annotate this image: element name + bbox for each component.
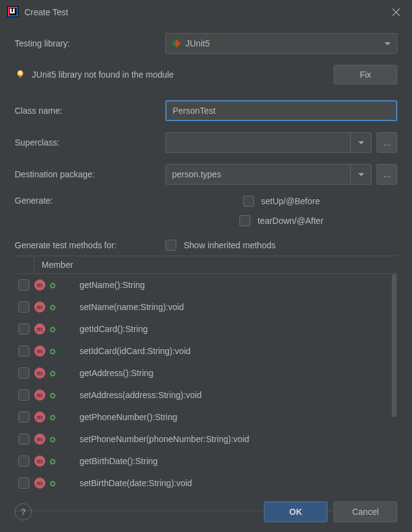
ellipsis-icon: ... (383, 169, 391, 179)
member-checkbox[interactable] (18, 345, 29, 357)
testing-library-label: Testing library: (15, 39, 160, 48)
member-row[interactable]: msetBirthDate(date:String):void (15, 472, 397, 494)
svg-point-32 (51, 460, 54, 463)
setup-checkbox[interactable] (243, 196, 254, 207)
superclass-dropdown[interactable] (350, 133, 371, 152)
ok-button[interactable]: OK (264, 501, 328, 522)
member-row[interactable]: msetAddress(address:String):void (15, 384, 397, 406)
method-icon: m (34, 368, 45, 379)
svg-point-20 (51, 328, 54, 331)
junit-icon (172, 39, 181, 48)
member-name: setAddress(address:String):void (80, 390, 201, 400)
svg-point-26 (51, 394, 54, 397)
method-icon: m (34, 478, 45, 489)
svg-rect-2 (8, 7, 9, 17)
member-row[interactable]: mgetName():String (15, 274, 397, 296)
class-name-input[interactable] (165, 100, 397, 121)
member-name: getBirthDate():String (80, 456, 158, 466)
member-name: setIdCard(idCard:String):void (80, 346, 190, 356)
public-visibility-icon (49, 479, 56, 487)
fix-button[interactable]: Fix (334, 65, 397, 84)
public-visibility-icon (49, 281, 56, 289)
svg-point-16 (51, 284, 54, 287)
warning-text: JUnit5 library not found in the module (32, 70, 174, 79)
member-checkbox[interactable] (18, 323, 29, 334)
close-icon (392, 8, 400, 17)
member-name: getPhoneNumber():String (80, 412, 178, 422)
chevron-down-icon (358, 141, 364, 144)
member-checkbox[interactable] (18, 478, 29, 489)
public-visibility-icon (49, 435, 56, 443)
help-button[interactable]: ? (15, 503, 32, 520)
svg-point-28 (51, 416, 54, 419)
svg-point-14 (18, 71, 22, 75)
method-icon: m (34, 390, 45, 401)
svg-point-30 (51, 438, 54, 441)
public-visibility-icon (49, 369, 56, 377)
public-visibility-icon (49, 457, 56, 465)
generate-label: Generate: (15, 196, 160, 205)
cancel-button[interactable]: Cancel (334, 501, 397, 522)
svg-rect-1 (8, 7, 18, 8)
class-name-label: Class name: (15, 106, 160, 116)
chevron-down-icon (384, 42, 391, 45)
member-list[interactable]: mgetName():StringmsetName(name:String):v… (15, 274, 397, 511)
teardown-checkbox[interactable] (239, 215, 250, 226)
ellipsis-icon: ... (383, 138, 391, 147)
superclass-combo[interactable] (165, 132, 372, 153)
show-inherited-checkbox[interactable] (165, 240, 176, 251)
member-name: getIdCard():String (80, 324, 148, 334)
public-visibility-icon (49, 347, 56, 355)
svg-marker-10 (172, 39, 176, 48)
cancel-button-label: Cancel (352, 507, 379, 517)
method-icon: m (34, 345, 45, 357)
destination-package-combo[interactable]: person.types (165, 164, 372, 185)
superclass-label: Superclass: (15, 138, 160, 147)
scrollbar-thumb[interactable] (392, 274, 397, 417)
svg-rect-7 (12, 12, 15, 13)
member-checkbox[interactable] (18, 434, 29, 445)
member-column-header: Member (34, 260, 73, 270)
svg-rect-13 (19, 76, 21, 78)
member-checkbox[interactable] (18, 279, 29, 290)
superclass-browse-button[interactable]: ... (376, 132, 397, 153)
destination-package-browse-button[interactable]: ... (376, 164, 397, 185)
member-name: getAddress():String (80, 368, 154, 378)
method-icon: m (34, 323, 45, 334)
member-row[interactable]: msetPhoneNumber(phoneNumber:String):void (15, 428, 397, 450)
member-checkbox[interactable] (18, 456, 29, 467)
svg-point-22 (51, 350, 54, 353)
close-button[interactable] (388, 4, 405, 21)
member-checkbox[interactable] (18, 301, 29, 312)
public-visibility-icon (49, 303, 56, 311)
member-name: setName(name:String):void (80, 302, 184, 312)
destination-package-dropdown[interactable] (350, 164, 371, 184)
lightbulb-icon (15, 69, 26, 80)
member-name: setPhoneNumber(phoneNumber:String):void (80, 434, 249, 444)
svg-point-18 (51, 306, 54, 309)
svg-rect-4 (8, 15, 18, 17)
svg-rect-3 (17, 7, 18, 17)
member-row[interactable]: mgetAddress():String (15, 362, 397, 384)
method-icon: m (34, 434, 45, 445)
member-name: setBirthDate(date:String):void (80, 478, 192, 488)
method-icon: m (34, 412, 45, 423)
svg-rect-6 (13, 9, 15, 12)
destination-package-label: Destination package: (15, 169, 160, 179)
public-visibility-icon (49, 413, 56, 421)
member-row[interactable]: msetIdCard(idCard:String):void (15, 340, 397, 362)
method-icon: m (34, 279, 45, 290)
public-visibility-icon (49, 391, 56, 399)
member-row[interactable]: mgetPhoneNumber():String (15, 406, 397, 428)
member-row[interactable]: mgetIdCard():String (15, 318, 397, 340)
help-icon: ? (21, 507, 26, 517)
member-row[interactable]: msetName(name:String):void (15, 296, 397, 318)
app-icon (7, 6, 18, 19)
member-checkbox[interactable] (18, 368, 29, 379)
testing-library-combo[interactable]: JUnit5 (165, 33, 397, 54)
member-checkbox[interactable] (18, 390, 29, 401)
member-list-scrollbar[interactable] (391, 274, 397, 511)
member-checkbox[interactable] (18, 412, 29, 423)
public-visibility-icon (49, 325, 56, 333)
member-row[interactable]: mgetBirthDate():String (15, 450, 397, 472)
